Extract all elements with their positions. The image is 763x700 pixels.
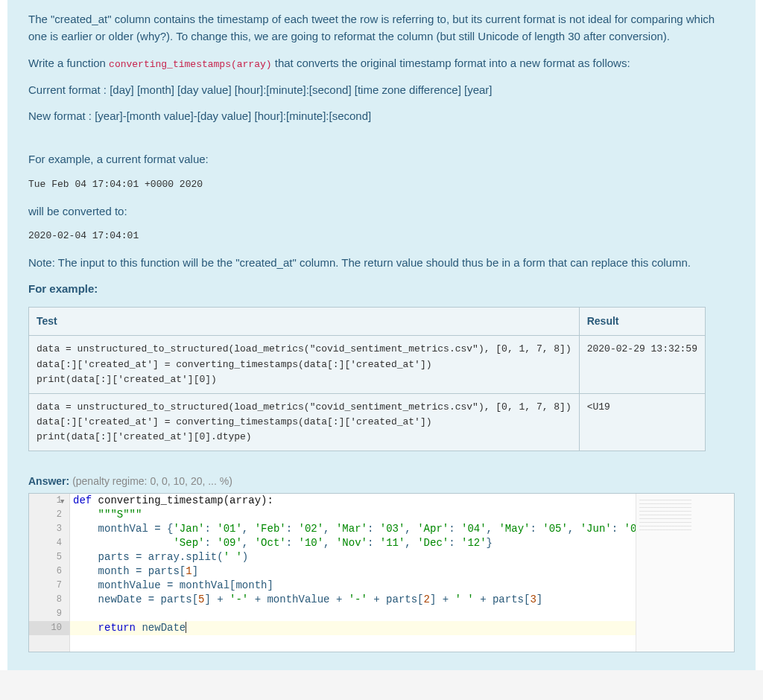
example-new-value: 2020-02-04 17:04:01 — [28, 229, 735, 244]
code-content[interactable]: 'Sep': '09', 'Oct': '10', 'Nov': '11', '… — [70, 536, 734, 550]
answer-header: Answer: (penalty regime: 0, 0, 10, 20, .… — [28, 474, 735, 490]
code-line[interactable]: 6 month = parts[1] — [29, 564, 734, 579]
code-content[interactable]: def converting_timestamp(array): — [70, 494, 734, 508]
example-table: Test Result data = unstructured_to_struc… — [28, 307, 706, 452]
table-row: data = unstructured_to_structured(load_m… — [29, 393, 706, 451]
line-number: 6 — [29, 564, 70, 579]
code-content[interactable]: return newDate — [70, 621, 734, 635]
question-paragraph-1: The "created_at" column contains the tim… — [28, 10, 735, 45]
code-line[interactable]: 9 — [29, 607, 734, 621]
code-line[interactable]: 3 monthVal = {'Jan': '01', 'Feb': '02', … — [29, 522, 734, 536]
current-format-line: Current format : [day] [month] [day valu… — [28, 81, 735, 98]
current-format-label: Current format : — [28, 83, 110, 96]
code-line[interactable]: 8 newDate = parts[5] + '-' + monthValue … — [29, 593, 734, 607]
current-format-value: [day] [month] [day value] [hour]:[minute… — [110, 83, 492, 96]
line-number: 7 — [29, 579, 70, 593]
code-content[interactable]: month = parts[1] — [70, 564, 734, 579]
code-line[interactable]: 7 monthValue = monthVal[month] — [29, 579, 734, 593]
header-result: Result — [579, 307, 705, 336]
code-line[interactable]: 10 return newDate — [29, 621, 734, 635]
code-content[interactable]: parts = array.split(' ') — [70, 550, 734, 564]
example-intro: For example, a current format value: — [28, 150, 735, 168]
line-number: 9 — [29, 607, 70, 621]
question-paragraph-2: Write a function converting_timestamps(a… — [28, 54, 735, 72]
code-line[interactable]: 2 """S""" — [29, 508, 734, 522]
code-editor[interactable]: 1▼def converting_timestamp(array):2 """S… — [28, 493, 735, 652]
note-paragraph: Note: The input to this function will be… — [28, 254, 735, 271]
code-content[interactable]: newDate = parts[5] + '-' + monthValue + … — [70, 593, 734, 607]
table-row: data = unstructured_to_structured(load_m… — [29, 336, 706, 393]
line-number: 1▼ — [29, 494, 70, 508]
test-cell-2: data = unstructured_to_structured(load_m… — [29, 393, 580, 451]
code-line[interactable]: 1▼def converting_timestamp(array): — [29, 494, 734, 508]
example-old-value: Tue Feb 04 17:04:01 +0000 2020 — [28, 177, 735, 192]
answer-label: Answer: — [28, 475, 69, 487]
question-p2-post: that converts the original timestamp for… — [272, 57, 630, 69]
example-mid: will be converted to: — [28, 203, 735, 220]
result-cell-1: 2020-02-29 13:32:59 — [579, 336, 705, 393]
editor-minimap[interactable] — [636, 494, 734, 652]
code-line[interactable]: 5 parts = array.split(' ') — [29, 550, 734, 564]
line-number: 2 — [29, 508, 70, 522]
new-format-line: New format : [year]-[month value]-[day v… — [28, 107, 735, 124]
text-cursor — [186, 622, 186, 633]
line-number: 10 — [29, 621, 70, 635]
new-format-label: New format : — [28, 109, 95, 122]
penalty-regime: (penalty regime: 0, 0, 10, 20, ... %) — [72, 475, 232, 487]
question-container: The "created_at" column contains the tim… — [7, 0, 756, 670]
line-number: 8 — [29, 593, 70, 607]
header-test: Test — [29, 307, 580, 336]
new-format-value: [year]-[month value]-[day value] [hour]:… — [95, 109, 371, 122]
table-header-row: Test Result — [29, 307, 706, 336]
function-signature-code: converting_timestamps(array) — [109, 59, 271, 70]
code-content[interactable]: monthValue = monthVal[month] — [70, 579, 734, 593]
code-content[interactable] — [70, 607, 734, 621]
code-line[interactable]: 4 'Sep': '09', 'Oct': '10', 'Nov': '11',… — [29, 536, 734, 550]
line-number: 5 — [29, 550, 70, 564]
editor-empty-area[interactable] — [29, 635, 734, 652]
line-number: 4 — [29, 536, 70, 550]
code-content[interactable]: monthVal = {'Jan': '01', 'Feb': '02', 'M… — [70, 522, 734, 536]
for-example-label: For example: — [28, 280, 735, 297]
line-number: 3 — [29, 522, 70, 536]
question-p2-pre: Write a function — [28, 57, 109, 69]
code-content[interactable]: """S""" — [70, 508, 734, 522]
test-cell-1: data = unstructured_to_structured(load_m… — [29, 336, 580, 393]
result-cell-2: <U19 — [579, 393, 705, 451]
